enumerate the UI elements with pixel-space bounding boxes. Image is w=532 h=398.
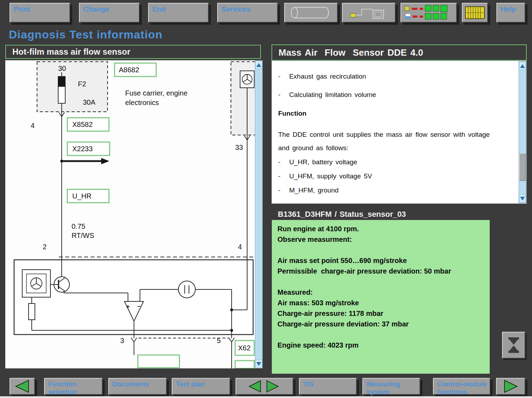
connector-box-x8582[interactable]: X8582 (67, 118, 109, 131)
scroll-down-button[interactable] (255, 360, 262, 368)
app-window: Print Change End Services (0, 0, 532, 398)
svg-text:X2233: X2233 (72, 145, 93, 153)
status-line: Run engine at 4100 rpm. (277, 224, 476, 234)
info-scrollbar[interactable] (519, 61, 526, 203)
connector-box-x2233[interactable]: X2233 (67, 142, 110, 155)
pin-33-label: 33 (235, 143, 243, 151)
status-line (277, 245, 476, 255)
info-bullet-4: - U_HFM, supply voltage 5V (278, 172, 516, 180)
status-line: Charge-air pressure: 1178 mbar (277, 308, 476, 319)
fuse-rating-label: 30A (83, 98, 96, 106)
pin-4-right-label: 4 (238, 243, 242, 251)
terminal-30-label: 30 (58, 65, 66, 72)
busy-indicator (502, 332, 525, 359)
svg-text:U_HR: U_HR (72, 192, 91, 200)
connector-box-x62[interactable]: X62 (235, 341, 254, 355)
page-arrows-button[interactable] (236, 378, 293, 395)
maf-sensor-box (231, 62, 255, 135)
measuring-system-button[interactable]: Measuring system (362, 378, 420, 395)
info-scroll-down-button[interactable] (519, 194, 526, 203)
status-line: Permissible charge-air pressure deviatio… (277, 266, 476, 276)
signal-box-u-hr[interactable]: U_HR (67, 189, 109, 203)
forward-button[interactable] (496, 378, 525, 395)
yellow-connector-icon (465, 6, 485, 20)
connector-box-partial[interactable] (235, 361, 254, 368)
status-line (277, 276, 476, 287)
scroll-up-button[interactable] (255, 61, 262, 69)
wire-color-label: RT/WS (72, 232, 94, 239)
measurement-connection-button[interactable] (342, 3, 396, 23)
page-title: Diagnosis Test information (9, 28, 163, 41)
tis-button[interactable]: TIS (299, 378, 357, 395)
forward-arrow-icon (502, 379, 520, 393)
status-line: Observe measurment: (277, 234, 476, 245)
info-function-heading: Function (278, 109, 516, 117)
up-arrow-icon (256, 63, 261, 67)
status-line: Air mass: 503 mg/stroke (277, 298, 476, 308)
info-bullet-1: - Exhaust gas recirculation (278, 72, 516, 80)
fuse-box: 30 F2 30A (37, 62, 108, 112)
svg-text:X62: X62 (238, 344, 251, 352)
fuse-name-label: F2 (78, 80, 86, 88)
status-line: Measured: (277, 287, 476, 298)
svg-text:X8582: X8582 (72, 121, 93, 128)
module-grid-icon (404, 5, 453, 21)
page-arrows-icon (245, 380, 284, 393)
test-plan-button[interactable]: Test plan (172, 378, 230, 395)
svg-text:A8682: A8682 (119, 66, 139, 74)
up-arrow-icon (520, 64, 525, 68)
pin-2-label: 2 (43, 243, 47, 251)
opamp-minus-label: − (137, 303, 141, 310)
component-test-button[interactable] (284, 3, 338, 23)
left-panel-header: Hot-film mass air flow sensor (5, 45, 261, 59)
info-bullet-5: - M_HFM, ground (278, 186, 516, 194)
fuse-carrier-label-2: electronics (125, 99, 159, 106)
test-connection-icon (348, 5, 390, 20)
info-panel-header: Mass Air Flow Sensor DDE 4.0 (271, 44, 527, 61)
wiring-diagram: 30 F2 30A 4 A8682 Fuse carrier, engine e… (5, 60, 255, 368)
status-line: Engine speed: 4023 rpm (277, 340, 476, 350)
status-line (277, 329, 476, 340)
change-button[interactable]: Change (79, 3, 140, 23)
status-panel-header: B1361_D3HFM / Status_sensor_03 (278, 210, 406, 219)
down-arrow-icon (256, 362, 261, 366)
hourglass-icon (507, 337, 521, 354)
info-scroll-up-button[interactable] (519, 62, 526, 70)
documents-button[interactable]: Documents (108, 378, 167, 395)
back-button[interactable] (10, 378, 35, 395)
resistor-symbol (29, 304, 35, 320)
info-body-line-2: and ground as follows: (278, 144, 516, 152)
control-unit: + − (14, 260, 253, 338)
control-module-functions-button[interactable]: Control-module functions (433, 378, 490, 395)
services-button[interactable]: Services (217, 3, 278, 23)
info-bullet-2: - Calculating limitation volume (278, 91, 516, 99)
pin-5-label: 5 (217, 337, 221, 344)
pin-3-label: 3 (120, 337, 124, 344)
help-button[interactable]: Help (496, 3, 525, 23)
pin-4-left-label: 4 (31, 122, 35, 129)
info-bullet-3: - U_HR, battery voltage (278, 158, 516, 166)
cylinder-icon (289, 6, 333, 20)
status-result-box: Run engine at 4100 rpm. Observe measurme… (271, 220, 490, 374)
taskbar-strip (0, 396, 532, 398)
fuse-carrier-label-1: Fuse carrier, engine (125, 89, 188, 97)
end-button[interactable]: End (148, 3, 209, 23)
diagram-scrollbar[interactable] (255, 60, 263, 368)
back-arrow-icon (13, 379, 31, 393)
info-scroll-thumb[interactable] (519, 153, 526, 181)
status-line: Charge-air pressure deviation: 37 mbar (277, 319, 476, 329)
connector-pin-button[interactable] (462, 3, 488, 23)
wiring-diagram-panel: 30 F2 30A 4 A8682 Fuse carrier, engine e… (5, 60, 263, 368)
status-line: Air mass set point 550…690 mg/stroke (277, 255, 476, 266)
control-unit-overview-button[interactable] (400, 3, 457, 23)
component-box-a8682[interactable]: A8682 (115, 63, 156, 76)
info-panel: - Exhaust gas recirculation - Calculatin… (271, 61, 527, 204)
info-body-line-1: The DDE control unit supplies the mass a… (278, 130, 516, 139)
down-arrow-icon (520, 197, 525, 201)
connector-box-bottom[interactable] (138, 355, 179, 368)
print-button[interactable]: Print (10, 3, 70, 23)
opamp-plus-label: + (126, 303, 130, 310)
wire-gauge-label: 0.75 (72, 222, 85, 230)
function-selection-button[interactable]: Function selection (44, 378, 103, 395)
